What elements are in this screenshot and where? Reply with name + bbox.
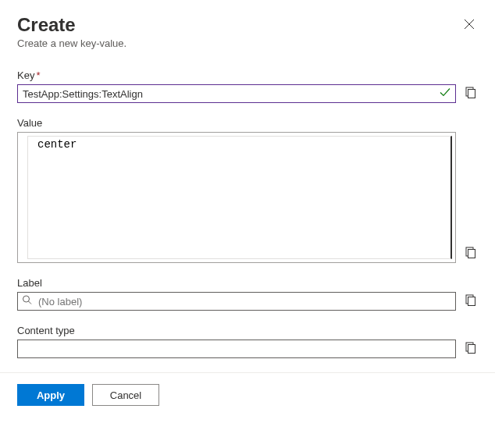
value-text: center bbox=[28, 137, 450, 152]
content-type-label: Content type bbox=[17, 325, 478, 336]
required-marker: * bbox=[36, 69, 40, 81]
value-textarea[interactable]: center bbox=[17, 132, 456, 263]
copy-value-button[interactable] bbox=[462, 245, 478, 263]
copy-label-button[interactable] bbox=[462, 293, 478, 311]
svg-rect-1 bbox=[468, 89, 475, 98]
key-label: Key* bbox=[17, 69, 478, 81]
svg-rect-7 bbox=[468, 297, 475, 305]
label-label: Label bbox=[17, 277, 478, 289]
copy-key-button[interactable] bbox=[462, 85, 478, 103]
cancel-button[interactable]: Cancel bbox=[92, 384, 159, 406]
copy-icon bbox=[464, 342, 476, 357]
panel-subtitle: Create a new key-value. bbox=[17, 37, 126, 49]
key-input[interactable] bbox=[17, 84, 456, 103]
label-input[interactable] bbox=[17, 292, 456, 311]
close-icon bbox=[464, 19, 475, 30]
key-label-text: Key bbox=[17, 69, 34, 81]
copy-icon bbox=[464, 294, 476, 309]
apply-button[interactable]: Apply bbox=[17, 384, 84, 406]
copy-content-type-button[interactable] bbox=[462, 340, 478, 358]
value-label: Value bbox=[17, 117, 478, 129]
svg-rect-9 bbox=[468, 344, 475, 353]
content-type-input[interactable] bbox=[17, 340, 456, 358]
copy-icon bbox=[464, 247, 476, 261]
svg-rect-3 bbox=[468, 250, 475, 258]
panel-title: Create bbox=[17, 14, 126, 36]
close-button[interactable] bbox=[461, 16, 478, 33]
copy-icon bbox=[464, 87, 476, 101]
